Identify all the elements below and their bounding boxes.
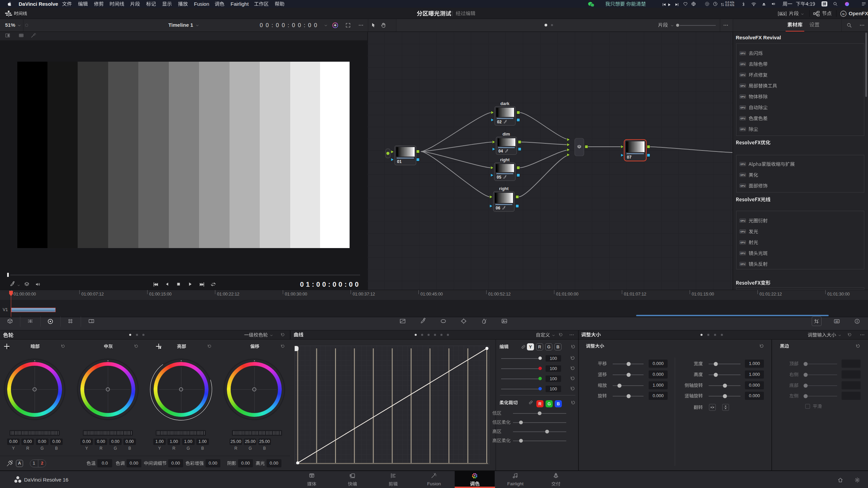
svg-text:right: right xyxy=(500,158,510,162)
svg-text:dark: dark xyxy=(500,101,509,106)
svg-text:fx: fx xyxy=(842,13,845,16)
svg-text:04: 04 xyxy=(498,149,503,154)
svg-text:05: 05 xyxy=(497,175,501,180)
svg-text:06: 06 xyxy=(496,206,500,210)
svg-text:02: 02 xyxy=(497,120,502,124)
svg-text:01: 01 xyxy=(397,159,402,164)
svg-text:right: right xyxy=(499,186,509,191)
svg-text:dim: dim xyxy=(502,132,510,137)
svg-text:3D: 3D xyxy=(835,320,838,323)
svg-text:07: 07 xyxy=(627,155,632,160)
